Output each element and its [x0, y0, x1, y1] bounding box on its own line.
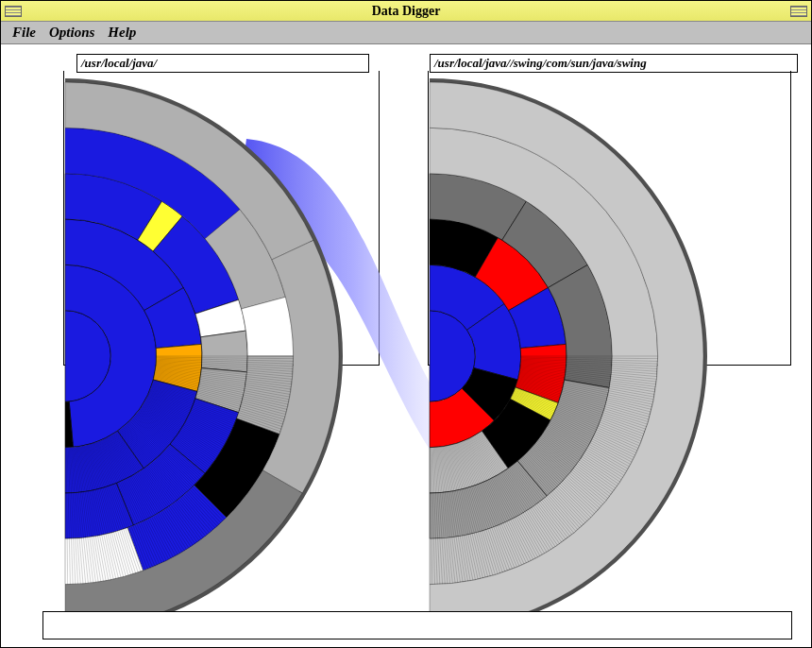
window-resize-icon[interactable] — [790, 6, 807, 17]
sunburst-left[interactable] — [58, 73, 435, 639]
menu-help[interactable]: Help — [108, 25, 136, 41]
window-menu-icon[interactable] — [5, 6, 22, 17]
menu-bar: File Options Help — [1, 22, 811, 44]
menu-file[interactable]: File — [12, 25, 36, 41]
content-area: /usr/local/java/ /usr/local/java//swing/… — [1, 44, 811, 647]
window-title: Data Digger — [372, 4, 441, 19]
title-bar[interactable]: Data Digger — [1, 1, 811, 22]
sunburst-right[interactable] — [416, 73, 812, 639]
app-window: Data Digger File Options Help /usr/local… — [0, 0, 812, 648]
status-bar — [42, 611, 792, 639]
menu-options[interactable]: Options — [49, 25, 94, 41]
